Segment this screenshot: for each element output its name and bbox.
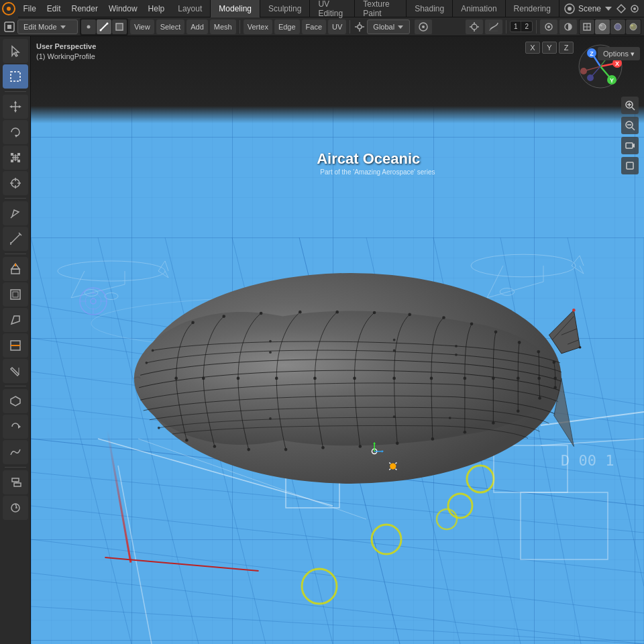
texture-paint-tab[interactable]: Texture Paint (355, 0, 407, 17)
rip-tool-btn[interactable] (3, 496, 28, 520)
overlay-btn[interactable] (540, 19, 557, 34)
face-component-btn[interactable] (112, 19, 127, 34)
rotate-tool-btn[interactable] (3, 120, 28, 144)
left-sep-4 (5, 386, 26, 386)
zoom-in-btn[interactable] (621, 97, 639, 114)
pivot-group: Global (354, 19, 410, 34)
view-menu-btn[interactable]: View (130, 19, 154, 34)
svg-point-204 (587, 74, 594, 81)
snap-btn[interactable] (466, 19, 483, 34)
axis-z-btn[interactable]: Z (559, 42, 574, 54)
svg-point-151 (494, 330, 498, 333)
shading-tab[interactable]: Shading (407, 0, 453, 17)
svg-point-217 (91, 299, 96, 304)
pin-icon (616, 3, 627, 14)
left-sep-1 (5, 91, 26, 92)
modeling-tab[interactable]: Modeling (211, 0, 260, 17)
knife-tool-btn[interactable] (3, 359, 28, 383)
svg-point-23 (472, 24, 477, 30)
svg-point-200 (580, 68, 587, 74)
poly-build-tool-btn[interactable] (3, 389, 28, 413)
svg-point-140 (359, 445, 362, 448)
vertex-component-btn[interactable] (81, 19, 96, 34)
pivot-icon (354, 21, 366, 33)
uv-menu-btn[interactable]: UV (328, 19, 346, 34)
rendering-tab[interactable]: Rendering (506, 0, 559, 17)
file-menu[interactable]: File (18, 0, 42, 17)
face-menu-btn[interactable]: Face (302, 19, 326, 34)
svg-point-133 (299, 311, 302, 314)
inset-tool-btn[interactable] (3, 282, 28, 307)
spin-tool-btn[interactable] (3, 415, 28, 439)
svg-point-138 (353, 377, 356, 380)
annotate-tool-btn[interactable] (3, 201, 28, 225)
window-menu[interactable]: Window (103, 0, 143, 17)
axis-y-btn[interactable]: Y (542, 42, 557, 54)
layout-tab[interactable]: Layout (170, 0, 211, 17)
vertex-menu-btn[interactable]: Vertex (244, 19, 272, 34)
uv-editing-tab[interactable]: UV Editing (310, 0, 355, 17)
select-tool-btn[interactable] (3, 64, 28, 89)
sculpting-tab[interactable]: Sculpting (260, 0, 310, 17)
svg-point-165 (455, 345, 458, 347)
zoom-out-btn[interactable] (621, 117, 639, 134)
scale-tool-btn[interactable] (3, 146, 28, 170)
component-type-group (80, 18, 128, 36)
cursor-tool-btn[interactable] (3, 39, 28, 63)
bevel-tool-btn[interactable] (3, 308, 28, 332)
num-box-2: 2 (521, 21, 532, 32)
measure-tool-btn[interactable] (3, 227, 28, 251)
svg-point-31 (547, 25, 550, 28)
svg-point-170 (158, 427, 160, 429)
global-dropdown[interactable]: Global (367, 19, 410, 34)
axis-x-btn[interactable]: X (525, 42, 540, 54)
mesh-menu-btn[interactable]: Mesh (210, 19, 236, 34)
blender-logo (0, 0, 18, 17)
proportional-falloff-btn[interactable] (485, 19, 502, 34)
help-menu[interactable]: Help (143, 0, 170, 17)
viewport[interactable]: D 00 1 (31, 36, 644, 644)
rendered-btn[interactable] (626, 19, 641, 34)
mode-dropdown[interactable]: Edit Mode (17, 19, 78, 34)
move-tool-btn[interactable] (3, 95, 28, 119)
animation-tab[interactable]: Animation (453, 0, 505, 17)
mode-selector-group: Edit Mode (3, 19, 78, 34)
transform-tool-btn[interactable] (3, 171, 28, 195)
smooth-tool-btn[interactable] (3, 440, 28, 464)
nav-controls (621, 97, 639, 174)
svg-marker-20 (398, 25, 403, 29)
shear-tool-btn[interactable] (3, 470, 28, 494)
extrude-tool-btn[interactable] (3, 257, 28, 281)
proportional-group (415, 19, 432, 34)
edge-component-btn[interactable] (97, 19, 111, 34)
render-menu[interactable]: Render (66, 0, 103, 17)
svg-point-130 (260, 312, 263, 315)
proportional-btn[interactable] (415, 19, 432, 34)
svg-point-147 (464, 377, 467, 380)
edge-menu-btn[interactable]: Edge (274, 19, 300, 34)
top-view-btn[interactable] (621, 157, 639, 174)
material-btn[interactable] (610, 19, 625, 34)
svg-line-11 (101, 23, 107, 30)
shading-overlay-btn[interactable] (559, 19, 577, 34)
camera-view-btn[interactable] (621, 137, 639, 154)
svg-point-172 (393, 415, 396, 418)
svg-point-169 (455, 354, 458, 356)
svg-rect-55 (17, 160, 20, 162)
toolbar-sep-3 (506, 20, 506, 34)
svg-point-15 (358, 25, 362, 29)
solid-btn[interactable] (595, 19, 610, 34)
svg-rect-54 (11, 160, 13, 162)
svg-point-128 (213, 445, 217, 448)
select-menu-btn[interactable]: Select (156, 19, 185, 34)
wireframe-btn[interactable] (580, 19, 594, 34)
options-btn[interactable]: Options ▾ (598, 47, 640, 60)
loop-cut-tool-btn[interactable] (3, 333, 28, 358)
svg-point-159 (553, 377, 557, 380)
edit-menu[interactable]: Edit (42, 0, 66, 17)
svg-point-136 (335, 311, 339, 314)
add-menu-btn[interactable]: Add (186, 19, 208, 34)
svg-line-62 (11, 234, 20, 244)
second-toolbar: Edit Mode View Select Add Mesh Vertex Ed… (0, 17, 644, 36)
right-toolbar-group: 1 2 (466, 19, 641, 35)
